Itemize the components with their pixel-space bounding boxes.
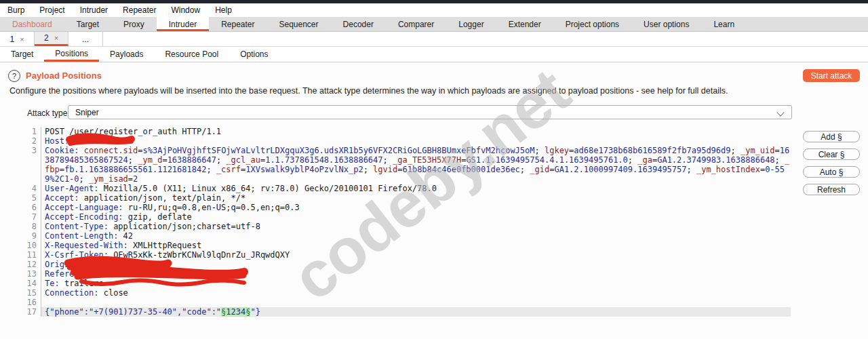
tab-proxy[interactable]: Proxy [111,17,157,31]
line-number: 17 [20,307,41,317]
request-segment: User-Agent: [45,184,98,193]
request-line: 7Accept-Encoding: gzip, deflate [20,212,797,222]
line-number: 11 [20,250,41,260]
request-editor[interactable]: 1POST /user/register_or_auth HTTP/1.12Ho… [20,124,797,339]
menu-item-project[interactable]: Project [32,5,72,15]
menu-item-burp[interactable]: Burp [0,5,32,15]
request-segment: ; [363,165,373,174]
close-tab-icon[interactable]: × [54,34,58,42]
request-line-text[interactable] [41,298,791,307]
request-segment: _csrf [216,165,241,174]
request-segment: ; [216,155,226,165]
request-line-text[interactable]: Accept: application/json, text/plain, */… [41,193,791,203]
main-tool-tabs: DashboardTargetProxyIntruderRepeaterSequ… [0,17,868,32]
tab-learn[interactable]: Learn [701,17,747,31]
request-line-text[interactable]: Content-Type: application/json;charset=u… [41,222,791,231]
request-line: 10X-Requested-With: XMLHttpRequest [20,241,797,250]
tab-positions[interactable]: Positions [44,47,99,62]
request-line-text[interactable]: Cookie: connect.sid=s%3AjPoHVgjhftSFOjwY… [41,146,791,184]
request-line: 9Content-Length: 42 [20,231,797,241]
request-segment: 1638886647 [167,155,216,165]
request-line-text[interactable]: X-Csrf-Token: OFwR5xKk-tzWbrKCNwl9lqDnrZ… [41,250,791,260]
tab-target[interactable]: Target [0,47,44,62]
request-line-text[interactable]: User-Agent: Mozilla/5.0 (X11; Linux x86_… [41,184,791,193]
tab-project-options[interactable]: Project options [553,17,631,31]
help-icon[interactable]: ? [8,70,20,82]
tab-logger[interactable]: Logger [446,17,496,31]
request-segment: 42 [118,231,133,241]
request-line: 8Content-Type: application/json;charset=… [20,222,797,231]
request-segment: Content-Length: [45,231,118,241]
menu-item-repeater[interactable]: Repeater [115,5,163,15]
line-number: 9 [20,231,41,241]
request-segment: 1.1.737861548.1638886647 [265,155,382,165]
request-segment: Te: [45,279,60,288]
attack-type-select[interactable]: Sniper [68,105,792,119]
intruder-section-tabs: TargetPositionsPayloadsResource PoolOpti… [0,47,868,62]
tab-repeater[interactable]: Repeater [209,17,267,31]
tab-comparer[interactable]: Comparer [386,17,446,31]
request-segment: Accept-Encoding: [45,212,123,222]
attack-type-value: Sniper [75,108,99,117]
request-segment: _ym_hostIndex [696,165,760,174]
request-segment: X-Requested-With: [45,241,128,250]
clear-button[interactable]: Clear § [803,148,860,160]
tab-decoder[interactable]: Decoder [331,17,386,31]
line-number: 10 [20,241,41,250]
request-line-text[interactable]: Referer: [41,269,791,279]
tab-resource-pool[interactable]: Resource Pool [154,47,229,62]
menu-item-window[interactable]: Window [163,5,208,15]
tab-target[interactable]: Target [64,17,111,31]
request-line-text[interactable]: Connection: close [41,288,791,298]
attack-tab-2[interactable]: 2× [35,32,68,46]
request-line: 15Connection: close [20,288,797,298]
request-line-text[interactable]: {"phone":"+7(901)737-35-40","code":"§123… [41,307,791,317]
request-line-text[interactable]: Accept-Language: ru-RU,ru;q=0.8,en-US;q=… [41,203,791,212]
request-segment: ; [628,155,637,165]
request-segment: GA1.2.1000997409.1639495757 [554,165,686,174]
request-line: 1POST /user/register_or_auth HTTP/1.1 [20,127,797,136]
close-tab-icon[interactable]: × [20,35,24,43]
attack-tab-[interactable]: ... [68,32,103,46]
request-line-text[interactable]: POST /user/register_or_auth HTTP/1.1 [41,127,791,136]
tab-payloads[interactable]: Payloads [99,47,154,62]
request-line-text[interactable]: X-Requested-With: XMLHttpRequest [41,241,791,250]
auto-button[interactable]: Auto § [803,166,860,178]
menu-item-help[interactable]: Help [208,5,239,15]
request-segment [84,269,89,279]
request-segment: _ga_TE53H5X77H [393,155,461,165]
tab-intruder[interactable]: Intruder [157,17,209,31]
request-segment: OFwR5xKk-tzWbrKCNwl9lqDnrZu_JRqwdQXY [108,250,290,260]
request-line-text[interactable]: Host: [41,136,791,146]
request-segment: Mozilla/5.0 (X11; Linux x86_64; rv:78.0)… [98,184,437,193]
request-segment: ; [383,155,393,165]
tab-user-options[interactable]: User options [631,17,701,31]
request-segment: ru-RU,ru;q=0.8,en-US;q=0.5,en;q=0.3 [123,203,300,212]
tab-extender[interactable]: Extender [496,17,553,31]
request-line-text[interactable]: Te: trailers [41,279,791,288]
request-segment: gzip, deflate [123,212,192,222]
request-line: 14Te: trailers [20,279,797,288]
line-number: 12 [20,260,41,269]
page-title: Payload Positions [26,71,102,81]
start-attack-button[interactable]: Start attack [803,69,860,82]
request-segment: X-Csrf-Token: [45,250,108,260]
request-segment: Host: [45,136,69,146]
request-line-text[interactable]: Content-Length: 42 [41,231,791,241]
tab-dashboard[interactable]: Dashboard [0,17,64,31]
request-segment: = [162,155,167,165]
request-line-text[interactable]: Accept-Encoding: gzip, deflate [41,212,791,222]
request-segment: 61b8b84c46e0fb0001de36ec [402,165,519,174]
request-segment [69,136,74,146]
attack-tab-1[interactable]: 1× [0,32,35,46]
refresh-button[interactable]: Refresh [803,184,860,195]
request-line-text[interactable]: Origin: h [41,260,791,269]
menu-item-intruder[interactable]: Intruder [73,5,115,15]
request-segment: lgkey [545,146,569,155]
add-button[interactable]: Add § [803,131,860,142]
request-segment: _gcl_au [226,155,260,165]
request-segment: ; [535,146,545,155]
tab-options[interactable]: Options [229,47,279,62]
tab-sequencer[interactable]: Sequencer [267,17,331,31]
attack-tab-label: ... [82,35,89,44]
